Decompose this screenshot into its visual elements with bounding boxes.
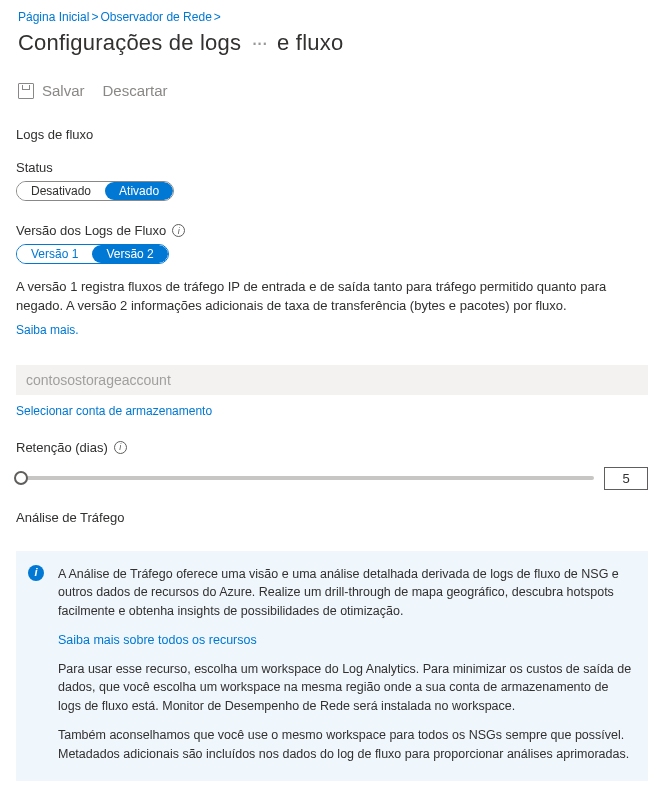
version-description: A versão 1 registra fluxos de tráfego IP… bbox=[0, 266, 664, 320]
info-panel-icon: i bbox=[28, 565, 44, 581]
breadcrumb: Página Inicial>Observador de Rede> bbox=[0, 0, 664, 24]
ellipsis-icon: ··· bbox=[251, 30, 266, 55]
status-off[interactable]: Desativado bbox=[17, 182, 105, 200]
status-toggle[interactable]: Desativado Ativado bbox=[16, 181, 174, 201]
discard-label: Descartar bbox=[103, 82, 168, 99]
traffic-info-p2: Para usar esse recurso, escolha um works… bbox=[58, 660, 632, 716]
slider-thumb[interactable] bbox=[14, 471, 28, 485]
storage-account-field[interactable]: contosostorageaccount bbox=[16, 365, 648, 395]
status-label: Status bbox=[16, 160, 648, 175]
status-on[interactable]: Ativado bbox=[105, 182, 173, 200]
section-traffic-analysis: Análise de Tráfego bbox=[0, 496, 664, 529]
info-icon[interactable]: i bbox=[114, 441, 127, 454]
breadcrumb-network-watcher[interactable]: Observador de Rede bbox=[100, 10, 211, 24]
info-icon[interactable]: i bbox=[172, 224, 185, 237]
version-label: Versão dos Logs de Fluxo i bbox=[16, 223, 648, 238]
version-1[interactable]: Versão 1 bbox=[17, 245, 92, 263]
retention-slider[interactable] bbox=[16, 476, 594, 480]
page-title-prefix: Configurações de logs bbox=[18, 30, 241, 55]
version-toggle[interactable]: Versão 1 Versão 2 bbox=[16, 244, 169, 264]
traffic-info-panel: i A Análise de Tráfego oferece uma visão… bbox=[16, 551, 648, 782]
traffic-learn-more-link[interactable]: Saiba mais sobre todos os recursos bbox=[58, 633, 257, 647]
traffic-info-p1: A Análise de Tráfego oferece uma visão e… bbox=[58, 565, 632, 621]
version-2[interactable]: Versão 2 bbox=[92, 245, 167, 263]
retention-label: Retenção (dias) i bbox=[16, 440, 648, 455]
save-icon bbox=[18, 83, 34, 99]
learn-more-link[interactable]: Saiba mais. bbox=[16, 323, 79, 337]
traffic-info-p3: Também aconselhamos que você use o mesmo… bbox=[58, 726, 632, 764]
discard-button[interactable]: Descartar bbox=[103, 82, 168, 99]
retention-value[interactable]: 5 bbox=[604, 467, 648, 490]
page-title-suffix: e fluxo bbox=[277, 30, 343, 55]
breadcrumb-home[interactable]: Página Inicial bbox=[18, 10, 89, 24]
toolbar: Salvar Descartar bbox=[0, 56, 664, 107]
page-title: Configurações de logs ··· e fluxo bbox=[0, 24, 664, 56]
select-storage-link[interactable]: Selecionar conta de armazenamento bbox=[16, 404, 212, 418]
save-button[interactable]: Salvar bbox=[18, 82, 85, 99]
save-label: Salvar bbox=[42, 82, 85, 99]
section-flow-logs: Logs de fluxo bbox=[0, 107, 664, 146]
